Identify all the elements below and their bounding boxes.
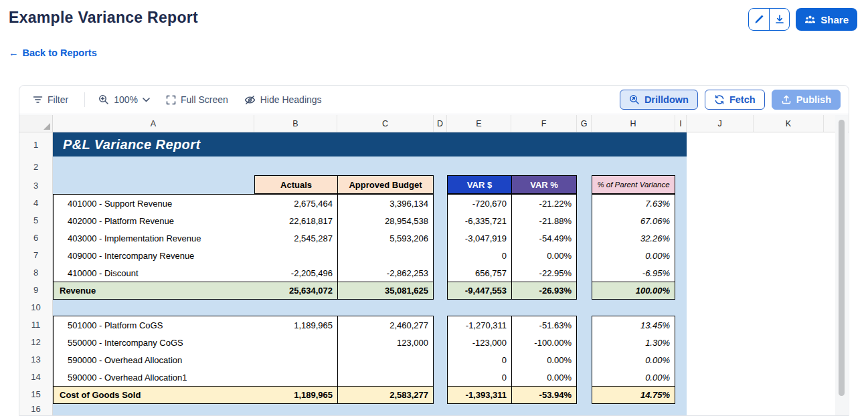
var-percent-cell[interactable]: -53.94%: [511, 387, 576, 403]
var-percent-cell[interactable]: 0.00%: [511, 247, 576, 264]
var-dollar-cell[interactable]: -1,393,311: [448, 387, 511, 403]
parent-variance-cell[interactable]: -6.95%: [592, 264, 675, 282]
row-header[interactable]: 4: [19, 194, 52, 211]
var-percent-cell[interactable]: 0.00%: [511, 369, 576, 386]
var-percent-cell[interactable]: -21.88%: [511, 212, 576, 229]
row-header[interactable]: 8: [19, 264, 52, 281]
var-percent-cell[interactable]: -22.95%: [511, 264, 576, 282]
account-cell[interactable]: 410000 - Discount: [54, 264, 254, 282]
row-header[interactable]: 9: [19, 281, 52, 298]
budget-cell[interactable]: 3,396,134: [337, 195, 433, 212]
hide-headings-button[interactable]: Hide Headings: [244, 94, 322, 105]
actuals-cell[interactable]: 2,545,287: [254, 229, 337, 247]
approved-budget-header-cell[interactable]: Approved Budget: [337, 176, 433, 193]
var-percent-cell[interactable]: -21.22%: [511, 195, 576, 212]
var-percent-cell[interactable]: 0.00%: [511, 351, 576, 369]
row-header[interactable]: 13: [19, 350, 52, 368]
column-header[interactable]: I: [675, 115, 687, 132]
actuals-header-cell[interactable]: Actuals: [255, 176, 337, 193]
parent-variance-cell[interactable]: 1.30%: [592, 334, 675, 351]
var-dollar-cell[interactable]: 0: [448, 369, 511, 386]
var-dollar-cell[interactable]: -123,000: [448, 334, 511, 351]
column-header[interactable]: H: [592, 115, 675, 132]
actuals-cell[interactable]: 1,189,965: [254, 316, 337, 334]
actuals-cell[interactable]: 22,618,817: [254, 212, 337, 229]
edit-button[interactable]: [749, 9, 769, 30]
parent-variance-cell[interactable]: 14.75%: [592, 387, 675, 403]
var-percent-cell[interactable]: -54.49%: [511, 229, 576, 247]
row-header[interactable]: 15: [19, 385, 52, 403]
parent-variance-cell[interactable]: 0.00%: [592, 369, 675, 386]
actuals-cell[interactable]: [254, 334, 337, 351]
account-cell[interactable]: 550000 - Intercompany CoGS: [54, 334, 254, 351]
budget-cell[interactable]: [337, 351, 433, 369]
parent-variance-cell[interactable]: 13.45%: [592, 316, 675, 334]
row-header[interactable]: 1: [19, 132, 52, 157]
drilldown-button[interactable]: Drilldown: [620, 90, 698, 110]
budget-cell[interactable]: 28,954,538: [337, 212, 433, 229]
var-dollar-header-cell[interactable]: VAR $: [448, 176, 511, 193]
budget-cell[interactable]: 2,460,277: [337, 316, 433, 334]
budget-cell[interactable]: 123,000: [337, 334, 433, 351]
actuals-cell[interactable]: 2,675,464: [254, 195, 337, 212]
column-header[interactable]: E: [447, 115, 511, 132]
row-header[interactable]: 14: [19, 368, 52, 385]
column-header[interactable]: C: [337, 115, 434, 132]
total-label-cell[interactable]: Cost of Goods Sold: [54, 387, 254, 403]
actuals-cell[interactable]: [254, 351, 337, 369]
var-dollar-cell[interactable]: 0: [448, 351, 511, 369]
column-header[interactable]: D: [434, 115, 447, 132]
var-percent-cell[interactable]: -100.00%: [511, 334, 576, 351]
download-button[interactable]: [769, 9, 789, 30]
account-cell[interactable]: 590000 - Overhead Allocation1: [54, 369, 254, 386]
row-header[interactable]: 2: [19, 157, 52, 177]
zoom-control[interactable]: 100%: [98, 94, 150, 105]
var-dollar-cell[interactable]: 0: [448, 247, 511, 264]
parent-variance-header[interactable]: % of Parent Variance: [592, 175, 675, 194]
column-header[interactable]: K: [754, 115, 824, 132]
parent-variance-cell[interactable]: 0.00%: [592, 351, 675, 369]
select-all-corner[interactable]: [19, 115, 53, 132]
publish-button[interactable]: Publish: [772, 90, 841, 110]
actuals-cell[interactable]: -2,205,496: [254, 264, 337, 282]
actuals-cell[interactable]: [254, 369, 337, 386]
var-dollar-cell[interactable]: -3,047,919: [448, 229, 511, 247]
scrollbar-thumb[interactable]: [839, 120, 845, 396]
budget-cell[interactable]: [337, 369, 433, 386]
account-cell[interactable]: 501000 - Platform CoGS: [54, 316, 254, 334]
budget-cell[interactable]: 5,593,206: [337, 229, 433, 247]
actuals-cell[interactable]: 1,189,965: [254, 387, 337, 403]
var-dollar-cell[interactable]: -720,670: [448, 195, 511, 212]
row-header[interactable]: 10: [19, 298, 52, 316]
total-label-cell[interactable]: Revenue: [54, 282, 254, 299]
share-button[interactable]: Share: [796, 8, 857, 31]
account-cell[interactable]: 401000 - Support Revenue: [54, 195, 254, 212]
var-percent-cell[interactable]: -51.63%: [511, 316, 576, 334]
budget-cell[interactable]: -2,862,253: [337, 264, 433, 282]
parent-variance-cell[interactable]: 32.26%: [592, 229, 675, 247]
parent-variance-cell[interactable]: 7.63%: [592, 195, 675, 212]
parent-variance-cell[interactable]: 100.00%: [592, 282, 675, 299]
column-header[interactable]: F: [511, 115, 577, 132]
vertical-scrollbar[interactable]: [835, 115, 848, 415]
column-header[interactable]: G: [577, 115, 592, 132]
row-header[interactable]: 7: [19, 246, 52, 264]
var-dollar-cell[interactable]: -1,270,311: [448, 316, 511, 334]
parent-variance-cell[interactable]: 0.00%: [592, 247, 675, 264]
full-screen-button[interactable]: Full Screen: [166, 94, 228, 105]
var-percent-cell[interactable]: -26.93%: [511, 282, 576, 299]
column-header[interactable]: J: [687, 115, 754, 132]
actuals-cell[interactable]: 25,634,072: [254, 282, 337, 299]
account-cell[interactable]: 403000 - Implementation Revenue: [54, 229, 254, 247]
row-header[interactable]: 6: [19, 229, 52, 246]
var-dollar-cell[interactable]: -9,447,553: [448, 282, 511, 299]
row-header[interactable]: 11: [19, 316, 52, 333]
budget-cell[interactable]: 35,081,625: [337, 282, 433, 299]
var-dollar-cell[interactable]: 656,757: [448, 264, 511, 282]
budget-cell[interactable]: 2,583,277: [337, 387, 433, 403]
column-header[interactable]: B: [254, 115, 337, 132]
row-header[interactable]: 16: [19, 403, 52, 415]
account-cell[interactable]: 402000 - Platform Revenue: [54, 212, 254, 229]
row-header[interactable]: 3: [19, 177, 52, 194]
filter-button[interactable]: Filter: [33, 94, 68, 105]
